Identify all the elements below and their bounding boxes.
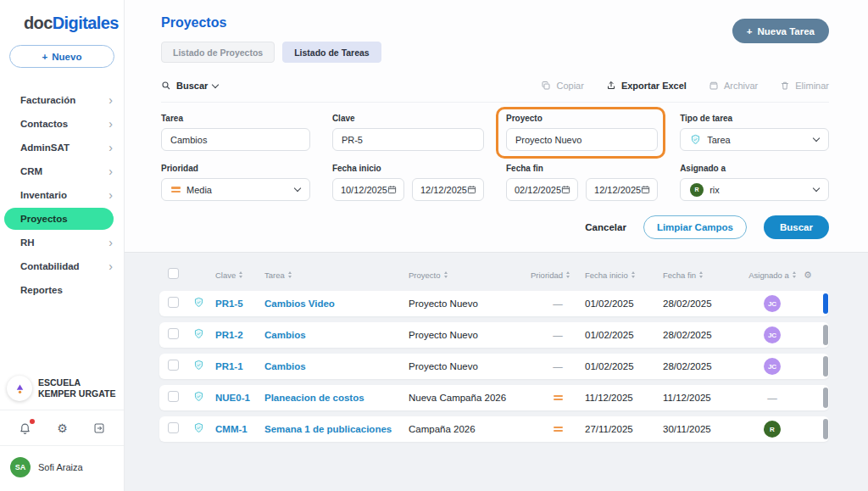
cancel-button[interactable]: Cancelar [585, 222, 626, 232]
sort-icon[interactable] [699, 271, 703, 278]
sidebar-item-crm[interactable]: CRM› [0, 159, 124, 183]
sort-icon[interactable] [566, 271, 570, 278]
sidebar-item-inventario[interactable]: Inventario› [0, 183, 124, 207]
column-header-proyecto[interactable]: Proyecto [409, 271, 531, 280]
fecha-inicio-from-input[interactable]: 10/12/2025 [332, 178, 404, 201]
start-date-cell: 01/02/2025 [585, 299, 663, 309]
organization-switcher[interactable]: ESCUELA KEMPER URGATE [0, 367, 124, 410]
asignado-a-select[interactable]: R rix [680, 178, 829, 201]
app-logo[interactable]: docDigitales [24, 14, 124, 33]
column-header-fecha-inicio[interactable]: Fecha inicio [585, 271, 663, 280]
task-key-link[interactable]: NUE0-1 [215, 393, 264, 403]
current-user[interactable]: SA Sofi Araiza [0, 446, 124, 491]
row-scrollbar-handle[interactable] [823, 293, 828, 314]
priority-cell [531, 427, 585, 432]
fecha-inicio-to-input[interactable]: 12/12/2025 [412, 178, 484, 201]
column-settings-icon[interactable]: ⚙ [804, 270, 821, 281]
sidebar-item-proyectos[interactable]: Proyectos [4, 208, 114, 230]
sidebar-item-label: Contabilidad [20, 261, 80, 271]
new-button[interactable]: + Nuevo [9, 45, 114, 68]
notifications-bell-icon[interactable] [19, 421, 31, 434]
new-task-button[interactable]: + Nueva Tarea [732, 19, 829, 43]
prioridad-select[interactable]: Media [161, 178, 310, 201]
sidebar-item-facturacion[interactable]: Facturación› [0, 88, 124, 112]
task-name-link[interactable]: Planeacion de costos [264, 393, 409, 403]
column-header-fecha-fin[interactable]: Fecha fin [663, 271, 741, 280]
table-row[interactable]: CMM-1 Semana 1 de publicaciones Campaña … [159, 416, 829, 442]
task-name-link[interactable]: Cambios Video [264, 299, 409, 309]
table-header: Clave Tarea Proyecto Prioridad Fecha ini… [159, 264, 829, 291]
fecha-fin-to-input[interactable]: 12/12/2025 [586, 178, 658, 201]
logout-icon[interactable] [93, 421, 105, 434]
sidebar-item-contabilidad[interactable]: Contabilidad› [0, 254, 124, 278]
column-header-clave[interactable]: Clave [215, 271, 264, 280]
calendar-icon [467, 185, 476, 194]
search-button[interactable]: Buscar [764, 215, 829, 239]
sidebar-item-reportes[interactable]: Reportes [0, 278, 124, 302]
delete-button[interactable]: Eliminar [780, 81, 829, 91]
row-checkbox[interactable] [168, 391, 179, 402]
task-name-link[interactable]: Semana 1 de publicaciones [264, 424, 409, 434]
tab-listado-de-tareas[interactable]: Listado de Tareas [282, 42, 381, 63]
sidebar-item-adminsat[interactable]: AdminSAT› [0, 136, 124, 159]
sidebar-item-rh[interactable]: RH› [0, 231, 124, 254]
row-checkbox[interactable] [168, 360, 179, 371]
row-scrollbar-handle[interactable] [823, 356, 828, 377]
row-checkbox[interactable] [168, 328, 179, 339]
sort-icon[interactable] [793, 271, 796, 278]
column-header-tarea[interactable]: Tarea [264, 271, 409, 280]
search-label: Buscar [176, 81, 208, 91]
task-key-link[interactable]: PR1-1 [215, 361, 264, 371]
task-key-link[interactable]: CMM-1 [215, 424, 264, 434]
task-key-link[interactable]: PR1-5 [215, 299, 264, 309]
row-scrollbar-handle[interactable] [823, 419, 828, 439]
task-name-link[interactable]: Cambios [264, 330, 409, 340]
proyecto-input[interactable] [506, 128, 658, 151]
filter-prioridad: Prioridad Media [161, 164, 310, 201]
export-excel-button[interactable]: Exportar Excel [606, 81, 687, 91]
copy-button[interactable]: Copiar [541, 81, 583, 91]
clave-input[interactable] [332, 128, 484, 151]
column-header-prioridad[interactable]: Prioridad [531, 271, 585, 280]
table-row[interactable]: PR1-2 Cambios Proyecto Nuevo — 01/02/202… [159, 322, 829, 348]
sidebar-item-contactos[interactable]: Contactos› [0, 112, 124, 136]
tab-listado-de-proyectos[interactable]: Listado de Proyectos [161, 42, 275, 63]
clear-fields-button[interactable]: Limpiar Campos [643, 215, 747, 239]
row-checkbox[interactable] [168, 422, 179, 433]
sort-icon[interactable] [632, 271, 635, 278]
table-row[interactable]: PR1-5 Cambios Video Proyecto Nuevo — 01/… [159, 291, 829, 316]
select-all-checkbox[interactable] [168, 268, 179, 279]
sort-icon[interactable] [239, 271, 242, 278]
task-name-link[interactable]: Cambios [264, 361, 409, 371]
sidebar-item-label: RH [20, 237, 35, 248]
table-row[interactable]: NUE0-1 Planeacion de costos Nueva Campañ… [159, 385, 829, 410]
tipo-de-tarea-select[interactable]: Tarea [680, 128, 829, 151]
search-toggle[interactable]: Buscar [161, 81, 218, 91]
project-cell: Proyecto Nuevo [409, 361, 531, 371]
shield-check-icon [193, 391, 204, 402]
tarea-label: Tarea [161, 114, 310, 123]
archive-button[interactable]: Archivar [709, 81, 758, 91]
sidebar-item-label: Proyectos [20, 214, 68, 224]
archive-icon [709, 81, 719, 91]
end-date-cell: 28/02/2025 [663, 361, 741, 371]
fecha-fin-to-value: 12/12/2025 [594, 185, 641, 195]
new-task-label: Nueva Tarea [757, 26, 815, 36]
copy-label: Copiar [556, 81, 583, 91]
new-button-label: Nuevo [52, 52, 81, 62]
filter-proyecto: Proyecto [506, 114, 658, 151]
tarea-input[interactable] [161, 128, 310, 151]
chevron-right-icon: › [108, 143, 113, 152]
row-scrollbar-handle[interactable] [823, 388, 828, 408]
sort-icon[interactable] [444, 271, 448, 278]
row-scrollbar-handle[interactable] [823, 325, 828, 345]
column-header-asignado-a[interactable]: Asignado a [741, 271, 804, 280]
row-checkbox[interactable] [168, 297, 179, 308]
task-key-link[interactable]: PR1-2 [215, 330, 264, 340]
fecha-fin-from-input[interactable]: 02/12/2025 [506, 178, 578, 201]
end-date-cell: 30/11/2025 [663, 424, 741, 434]
table-row[interactable]: PR1-1 Cambios Proyecto Nuevo — 01/02/202… [159, 354, 829, 379]
settings-gear-icon[interactable]: ⚙ [57, 421, 68, 434]
filter-clave: Clave [332, 114, 484, 151]
sort-icon[interactable] [288, 271, 292, 278]
